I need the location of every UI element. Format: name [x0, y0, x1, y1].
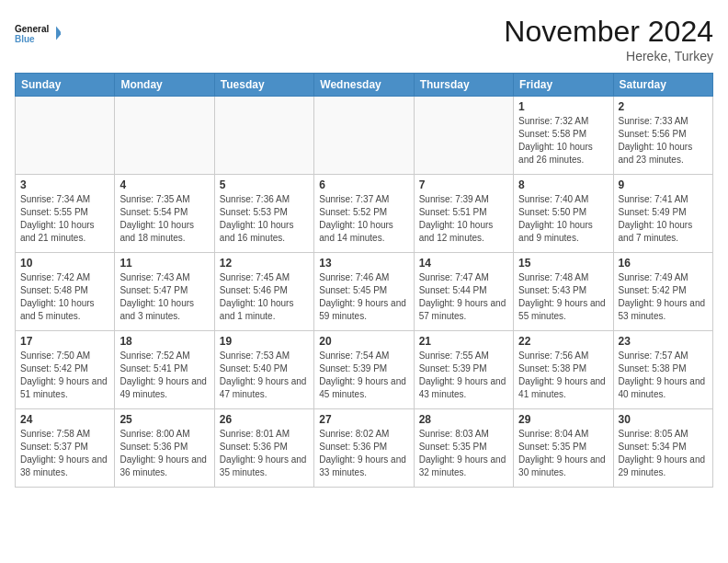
day-number: 20	[319, 335, 408, 348]
day-info: Sunrise: 7:39 AMSunset: 5:51 PMDaylight:…	[419, 193, 508, 245]
day-info: Sunrise: 7:49 AMSunset: 5:42 PMDaylight:…	[619, 271, 708, 323]
calendar-cell: 28Sunrise: 8:03 AMSunset: 5:35 PMDayligh…	[414, 409, 513, 488]
day-number: 3	[20, 178, 109, 191]
day-number: 7	[419, 178, 508, 191]
weekday-header-tuesday: Tuesday	[214, 74, 313, 97]
calendar-cell: 23Sunrise: 7:57 AMSunset: 5:38 PMDayligh…	[613, 331, 712, 409]
day-number: 14	[419, 257, 508, 270]
calendar-cell: 3Sunrise: 7:34 AMSunset: 5:55 PMDaylight…	[16, 175, 115, 253]
weekday-header-sunday: Sunday	[16, 74, 115, 97]
day-number: 6	[319, 178, 408, 191]
week-row-3: 10Sunrise: 7:42 AMSunset: 5:48 PMDayligh…	[16, 253, 713, 331]
day-number: 26	[220, 413, 309, 426]
calendar-cell: 2Sunrise: 7:33 AMSunset: 5:56 PMDaylight…	[613, 97, 712, 175]
title-block: November 2024 Hereke, Turkey	[504, 15, 713, 63]
day-number: 1	[518, 100, 608, 113]
month-title: November 2024	[504, 15, 713, 49]
day-number: 25	[119, 413, 209, 426]
calendar-cell: 9Sunrise: 7:41 AMSunset: 5:49 PMDaylight…	[613, 175, 712, 253]
calendar-cell: 21Sunrise: 7:55 AMSunset: 5:39 PMDayligh…	[414, 331, 513, 409]
calendar-cell	[115, 97, 214, 175]
calendar-cell: 16Sunrise: 7:49 AMSunset: 5:42 PMDayligh…	[613, 253, 712, 331]
calendar-cell: 13Sunrise: 7:46 AMSunset: 5:45 PMDayligh…	[314, 253, 414, 331]
weekday-header-thursday: Thursday	[414, 74, 513, 97]
calendar-cell: 4Sunrise: 7:35 AMSunset: 5:54 PMDaylight…	[115, 175, 214, 253]
calendar-cell: 15Sunrise: 7:48 AMSunset: 5:43 PMDayligh…	[514, 253, 613, 331]
day-number: 2	[619, 100, 708, 113]
day-number: 9	[619, 178, 708, 191]
day-number: 12	[220, 257, 309, 270]
day-info: Sunrise: 7:42 AMSunset: 5:48 PMDaylight:…	[20, 271, 109, 323]
calendar-table: SundayMondayTuesdayWednesdayThursdayFrid…	[15, 73, 713, 488]
day-info: Sunrise: 7:37 AMSunset: 5:52 PMDaylight:…	[319, 193, 408, 245]
calendar-cell: 30Sunrise: 8:05 AMSunset: 5:34 PMDayligh…	[613, 409, 712, 488]
week-row-5: 24Sunrise: 7:58 AMSunset: 5:37 PMDayligh…	[16, 409, 713, 488]
day-number: 5	[220, 178, 309, 191]
day-info: Sunrise: 7:56 AMSunset: 5:38 PMDaylight:…	[518, 350, 608, 401]
calendar-cell: 26Sunrise: 8:01 AMSunset: 5:36 PMDayligh…	[214, 409, 313, 488]
day-info: Sunrise: 7:48 AMSunset: 5:43 PMDaylight:…	[518, 271, 608, 323]
calendar-cell: 25Sunrise: 8:00 AMSunset: 5:36 PMDayligh…	[115, 409, 214, 488]
day-number: 10	[20, 257, 109, 270]
day-info: Sunrise: 8:04 AMSunset: 5:35 PMDaylight:…	[518, 428, 608, 479]
weekday-header-wednesday: Wednesday	[314, 74, 414, 97]
day-info: Sunrise: 8:02 AMSunset: 5:36 PMDaylight:…	[319, 428, 408, 479]
calendar-cell: 5Sunrise: 7:36 AMSunset: 5:53 PMDaylight…	[214, 175, 313, 253]
day-info: Sunrise: 7:32 AMSunset: 5:58 PMDaylight:…	[518, 115, 608, 167]
day-info: Sunrise: 7:33 AMSunset: 5:56 PMDaylight:…	[619, 115, 708, 167]
weekday-header-friday: Friday	[514, 74, 613, 97]
page-header: General Blue November 2024 Hereke, Turke…	[15, 15, 713, 63]
svg-text:Blue: Blue	[15, 34, 35, 44]
day-info: Sunrise: 7:54 AMSunset: 5:39 PMDaylight:…	[319, 350, 408, 401]
calendar-cell: 19Sunrise: 7:53 AMSunset: 5:40 PMDayligh…	[214, 331, 313, 409]
calendar-cell: 14Sunrise: 7:47 AMSunset: 5:44 PMDayligh…	[414, 253, 513, 331]
day-number: 30	[619, 413, 708, 426]
day-info: Sunrise: 7:40 AMSunset: 5:50 PMDaylight:…	[518, 193, 608, 245]
calendar-cell: 10Sunrise: 7:42 AMSunset: 5:48 PMDayligh…	[16, 253, 115, 331]
location-subtitle: Hereke, Turkey	[504, 49, 713, 63]
day-number: 28	[419, 413, 508, 426]
day-info: Sunrise: 8:00 AMSunset: 5:36 PMDaylight:…	[119, 428, 209, 479]
weekday-header-monday: Monday	[115, 74, 214, 97]
day-info: Sunrise: 7:43 AMSunset: 5:47 PMDaylight:…	[119, 271, 209, 323]
calendar-cell	[214, 97, 313, 175]
day-info: Sunrise: 7:53 AMSunset: 5:40 PMDaylight:…	[220, 350, 309, 401]
week-row-2: 3Sunrise: 7:34 AMSunset: 5:55 PMDaylight…	[16, 175, 713, 253]
calendar-cell: 27Sunrise: 8:02 AMSunset: 5:36 PMDayligh…	[314, 409, 414, 488]
day-info: Sunrise: 7:46 AMSunset: 5:45 PMDaylight:…	[319, 271, 408, 323]
day-number: 13	[319, 257, 408, 270]
day-number: 4	[119, 178, 209, 191]
day-number: 17	[20, 335, 109, 348]
calendar-cell: 1Sunrise: 7:32 AMSunset: 5:58 PMDaylight…	[514, 97, 613, 175]
calendar-cell: 29Sunrise: 8:04 AMSunset: 5:35 PMDayligh…	[514, 409, 613, 488]
calendar-cell: 20Sunrise: 7:54 AMSunset: 5:39 PMDayligh…	[314, 331, 414, 409]
day-number: 21	[419, 335, 508, 348]
logo: General Blue	[15, 15, 61, 52]
day-info: Sunrise: 8:03 AMSunset: 5:35 PMDaylight:…	[419, 428, 508, 479]
day-info: Sunrise: 7:47 AMSunset: 5:44 PMDaylight:…	[419, 271, 508, 323]
day-number: 19	[220, 335, 309, 348]
day-number: 24	[20, 413, 109, 426]
day-info: Sunrise: 7:35 AMSunset: 5:54 PMDaylight:…	[119, 193, 209, 245]
calendar-cell: 24Sunrise: 7:58 AMSunset: 5:37 PMDayligh…	[16, 409, 115, 488]
day-info: Sunrise: 8:05 AMSunset: 5:34 PMDaylight:…	[619, 428, 708, 479]
calendar-cell: 8Sunrise: 7:40 AMSunset: 5:50 PMDaylight…	[514, 175, 613, 253]
calendar-cell: 18Sunrise: 7:52 AMSunset: 5:41 PMDayligh…	[115, 331, 214, 409]
day-info: Sunrise: 8:01 AMSunset: 5:36 PMDaylight:…	[220, 428, 309, 479]
day-info: Sunrise: 7:45 AMSunset: 5:46 PMDaylight:…	[220, 271, 309, 323]
day-info: Sunrise: 7:50 AMSunset: 5:42 PMDaylight:…	[20, 350, 109, 401]
day-number: 22	[518, 335, 608, 348]
day-number: 23	[619, 335, 708, 348]
calendar-cell: 7Sunrise: 7:39 AMSunset: 5:51 PMDaylight…	[414, 175, 513, 253]
weekday-header-saturday: Saturday	[613, 74, 712, 97]
day-number: 16	[619, 257, 708, 270]
day-info: Sunrise: 7:58 AMSunset: 5:37 PMDaylight:…	[20, 428, 109, 479]
week-row-4: 17Sunrise: 7:50 AMSunset: 5:42 PMDayligh…	[16, 331, 713, 409]
svg-text:General: General	[15, 24, 49, 34]
calendar-cell: 11Sunrise: 7:43 AMSunset: 5:47 PMDayligh…	[115, 253, 214, 331]
day-number: 18	[119, 335, 209, 348]
calendar-cell	[16, 97, 115, 175]
calendar-cell: 6Sunrise: 7:37 AMSunset: 5:52 PMDaylight…	[314, 175, 414, 253]
week-row-1: 1Sunrise: 7:32 AMSunset: 5:58 PMDaylight…	[16, 97, 713, 175]
day-number: 8	[518, 178, 608, 191]
